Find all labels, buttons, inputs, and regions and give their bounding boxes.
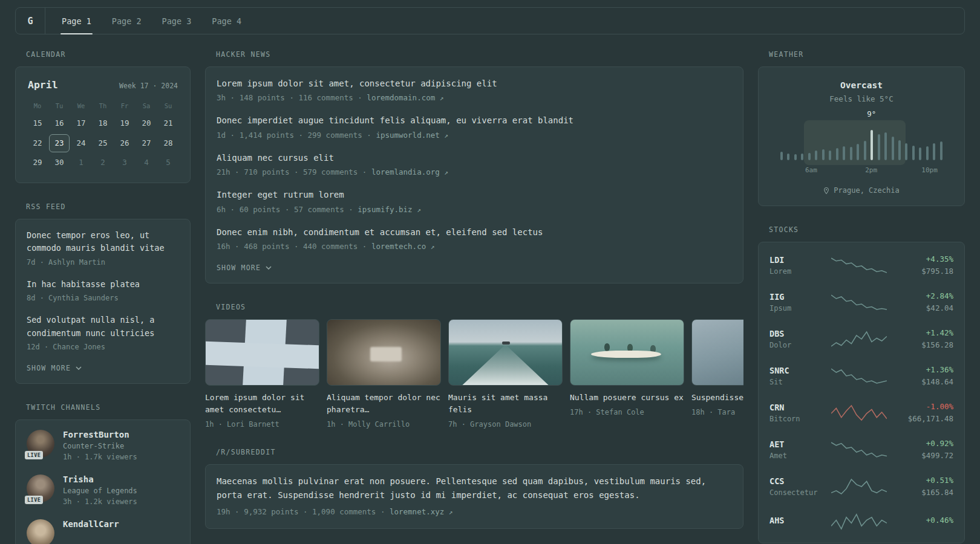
app-logo[interactable]: G bbox=[16, 8, 45, 34]
calendar-weekday: Fr bbox=[114, 98, 136, 114]
video-title[interactable]: Mauris sit amet massa felis bbox=[448, 392, 563, 416]
hackernews-widget-title: HACKER NEWS bbox=[216, 50, 743, 59]
twitch-channel[interactable]: LIVE Trisha League of Legends 3h · 1.2k … bbox=[27, 474, 179, 506]
tab-page-3[interactable]: Page 3 bbox=[152, 8, 202, 34]
hn-item-title[interactable]: Donec imperdiet augue tincidunt felis al… bbox=[217, 114, 732, 127]
twitch-channel[interactable]: LIVE ForrestBurton Counter-Strike 1h · 1… bbox=[27, 430, 179, 461]
video-meta: 1h · Lori Barnett bbox=[205, 420, 319, 429]
stock-row[interactable]: SNRCSit +1.36%$148.64 bbox=[769, 357, 953, 394]
hn-item-title[interactable]: Aliquam nec cursus elit bbox=[217, 151, 732, 164]
weather-bar bbox=[822, 149, 825, 160]
weather-bar bbox=[836, 148, 838, 160]
reddit-post-meta: 19h · 9,932 points · 1,090 comments · lo… bbox=[217, 507, 732, 516]
rss-show-more-button[interactable]: SHOW MORE bbox=[27, 363, 82, 374]
weather-location: Prague, Czechia bbox=[768, 186, 955, 195]
hn-item-title[interactable]: Integer eget rutrum lorem bbox=[217, 188, 732, 201]
hn-item-title[interactable]: Donec enim nibh, condimentum et accumsan… bbox=[217, 225, 732, 239]
video-card[interactable]: Lorem ipsum dolor sit amet consectetu… 1… bbox=[205, 319, 319, 429]
rss-item-title[interactable]: In hac habitasse platea bbox=[27, 278, 179, 291]
video-title[interactable]: Suspendisse diam bbox=[691, 392, 743, 404]
calendar-day: 5 bbox=[158, 154, 178, 172]
channel-name[interactable]: ForrestBurton bbox=[63, 430, 137, 439]
external-link-icon: ↗ bbox=[449, 508, 453, 516]
stock-price: $148.64 bbox=[893, 377, 953, 386]
calendar-card: April Week 17 · 2024 MoTuWeThFrSaSu 1516… bbox=[15, 66, 191, 183]
tab-page-2[interactable]: Page 2 bbox=[102, 8, 152, 34]
stock-symbol: CRN bbox=[769, 403, 825, 412]
tab-page-1[interactable]: Page 1 bbox=[51, 8, 102, 34]
weather-bar bbox=[933, 143, 935, 160]
stock-name: Lorem bbox=[769, 267, 825, 276]
stock-row[interactable]: AHS +0.46% bbox=[769, 505, 953, 539]
hn-domain-link[interactable]: loremlandia.org ↗ bbox=[371, 167, 448, 176]
stock-change: +1.36% bbox=[893, 365, 953, 374]
tab-page-4[interactable]: Page 4 bbox=[201, 8, 252, 34]
hn-domain-link[interactable]: ipsumify.biz ↗ bbox=[358, 205, 420, 214]
reddit-domain-link[interactable]: loremnet.xyz ↗ bbox=[390, 507, 452, 516]
calendar-day: 24 bbox=[71, 134, 91, 153]
hn-item-meta: 1d · 1,414 points · 299 comments · ipsum… bbox=[217, 131, 732, 140]
calendar-weekday: Tu bbox=[48, 98, 70, 114]
video-card[interactable]: Suspendisse diam 18h · Tara bbox=[691, 319, 743, 429]
video-card[interactable]: Aliquam tempor dolor nec pharetra… 1h · … bbox=[327, 319, 441, 429]
weather-bar bbox=[919, 147, 921, 160]
stock-change: +4.35% bbox=[893, 254, 953, 264]
stock-change: +1.42% bbox=[893, 328, 953, 337]
video-card[interactable]: Mauris sit amet massa felis 7h · Grayson… bbox=[448, 319, 563, 429]
calendar-day: 28 bbox=[158, 134, 178, 153]
stock-row[interactable]: CRNBitcorn -1.00%$66,171.48 bbox=[769, 394, 953, 431]
weather-current-temp: 9° bbox=[867, 109, 876, 118]
calendar-day: 26 bbox=[114, 134, 135, 153]
stock-sparkline bbox=[831, 256, 887, 274]
twitch-channel[interactable]: KendallCarr bbox=[27, 519, 179, 544]
video-title[interactable]: Lorem ipsum dolor sit amet consectetu… bbox=[205, 392, 319, 416]
hn-item-title[interactable]: Lorem ipsum dolor sit amet, consectetur … bbox=[217, 77, 732, 90]
channel-avatar bbox=[27, 519, 54, 544]
reddit-meta-text: 19h · 9,932 points · 1,090 comments · bbox=[217, 507, 385, 516]
stock-row[interactable]: CCSConsectetur +0.51%$165.84 bbox=[769, 468, 953, 505]
rss-item-title[interactable]: Sed volutpat nulla nisl, a condimentum n… bbox=[27, 314, 179, 340]
stock-name: Sit bbox=[769, 378, 825, 386]
hn-domain-link[interactable]: ipsumworld.net ↗ bbox=[376, 131, 448, 140]
stock-row[interactable]: AETAmet +0.92%$499.72 bbox=[769, 431, 953, 468]
video-thumbnail bbox=[691, 319, 743, 386]
rss-widget: RSS FEED Donec tempor eros leo, ut commo… bbox=[15, 202, 191, 384]
video-title[interactable]: Aliquam tempor dolor nec pharetra… bbox=[327, 392, 441, 416]
hn-domain-link[interactable]: loremdomain.com ↗ bbox=[367, 93, 443, 102]
calendar-day: 19 bbox=[114, 114, 135, 133]
channel-meta: 1h · 1.7k viewers bbox=[63, 453, 137, 461]
reddit-post: Maecenas mollis pulvinar erat non posuer… bbox=[217, 474, 732, 516]
calendar-day: 17 bbox=[71, 114, 91, 133]
hn-item-meta: 3h · 148 points · 116 comments · loremdo… bbox=[217, 93, 732, 102]
external-link-icon: ↗ bbox=[431, 243, 435, 251]
channel-name[interactable]: KendallCarr bbox=[63, 519, 119, 529]
calendar-day: 4 bbox=[136, 154, 157, 172]
stock-row[interactable]: LDILorem +4.35%$795.18 bbox=[769, 247, 953, 283]
weather-bar bbox=[850, 147, 852, 160]
right-column: WEATHER Overcast Feels like 5°C 9° 6am 2… bbox=[758, 50, 965, 544]
stock-row[interactable]: DBSDolor +1.42%$156.28 bbox=[769, 320, 953, 357]
hn-item: Aliquam nec cursus elit 21h · 710 points… bbox=[217, 151, 732, 176]
hn-domain-link[interactable]: loremtech.co ↗ bbox=[371, 242, 434, 251]
rss-widget-title: RSS FEED bbox=[26, 202, 191, 211]
video-card[interactable]: Nullam posuere cursus ex 17h · Stefan Co… bbox=[570, 319, 684, 429]
channel-name[interactable]: Trisha bbox=[63, 474, 137, 484]
stock-name: Consectetur bbox=[769, 488, 825, 497]
hackernews-widget: HACKER NEWS Lorem ipsum dolor sit amet, … bbox=[205, 50, 743, 283]
video-title[interactable]: Nullam posuere cursus ex bbox=[570, 392, 684, 404]
stock-row[interactable]: IIGIpsum +2.84%$42.04 bbox=[769, 283, 953, 320]
stock-sparkline bbox=[831, 478, 887, 496]
channel-avatar: LIVE bbox=[27, 474, 54, 502]
reddit-post-title[interactable]: Maecenas mollis pulvinar erat non posuer… bbox=[217, 474, 732, 502]
external-link-icon: ↗ bbox=[417, 206, 421, 214]
hn-show-more-button[interactable]: SHOW MORE bbox=[217, 262, 272, 273]
live-badge: LIVE bbox=[25, 451, 43, 459]
calendar-weekday: Su bbox=[157, 98, 179, 114]
external-link-icon: ↗ bbox=[444, 169, 448, 176]
rss-item-title[interactable]: Donec tempor eros leo, ut commodo mauris… bbox=[27, 229, 179, 255]
middle-column: HACKER NEWS Lorem ipsum dolor sit amet, … bbox=[205, 50, 743, 544]
chevron-down-icon bbox=[266, 266, 272, 270]
hn-item: Donec imperdiet augue tincidunt felis al… bbox=[217, 114, 732, 139]
calendar-day: 15 bbox=[27, 114, 48, 133]
stock-symbol: SNRC bbox=[769, 366, 825, 375]
